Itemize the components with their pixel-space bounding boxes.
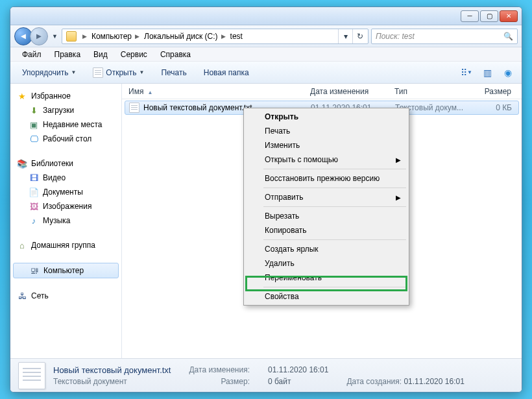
submenu-arrow-icon: ▶ — [396, 194, 401, 201]
column-size[interactable]: Размер — [466, 87, 518, 96]
menu-edit[interactable]: Правка — [48, 48, 88, 61]
help-button[interactable]: ◉ — [501, 66, 515, 79]
star-icon: ★ — [17, 91, 27, 101]
context-print[interactable]: Печать — [245, 124, 407, 138]
context-restore[interactable]: Восстановить прежнюю версию — [245, 171, 407, 186]
network-icon: 🖧 — [17, 291, 27, 301]
pictures-icon: 🖼 — [29, 201, 39, 212]
documents-icon: 📄 — [29, 187, 39, 197]
close-button[interactable]: ✕ — [500, 10, 518, 22]
context-open[interactable]: Открыть — [245, 110, 407, 124]
address-bar[interactable]: ▶ Компьютер▶ Локальный диск (C:)▶ test ▾… — [62, 29, 369, 44]
recent-icon: ▣ — [29, 119, 39, 130]
details-pane: Новый текстовый документ.txt Дата измене… — [10, 358, 522, 392]
breadcrumb-root-arrow[interactable]: ▶ — [79, 33, 90, 40]
context-separator — [263, 169, 406, 169]
sidebar-item-computer[interactable]: 🖳Компьютер — [13, 263, 119, 278]
menu-help[interactable]: Справка — [154, 48, 197, 61]
sidebar-item-recent[interactable]: ▣Недавние места — [10, 117, 121, 132]
desktop-icon: 🖵 — [29, 134, 39, 144]
breadcrumb-drive[interactable]: Локальный диск (C:)▶ — [143, 32, 229, 41]
search-input[interactable]: Поиск: test 🔍 — [371, 29, 518, 44]
column-type[interactable]: Тип — [388, 87, 466, 96]
sort-indicator-icon: ▲ — [147, 90, 152, 95]
new-folder-button[interactable]: Новая папка — [199, 66, 254, 80]
context-edit[interactable]: Изменить — [245, 138, 407, 152]
nav-bar: ◄ ► ▼ ▶ Компьютер▶ Локальный диск (C:)▶ … — [10, 25, 522, 47]
status-filename: Новый текстовый документ.txt — [53, 365, 171, 375]
context-separator — [263, 206, 406, 207]
address-dropdown-icon[interactable]: ▾ — [338, 29, 352, 43]
breadcrumb-folder[interactable]: test — [229, 32, 244, 41]
context-separator — [263, 287, 406, 287]
context-delete[interactable]: Удалить — [245, 256, 407, 271]
menu-view[interactable]: Вид — [87, 48, 114, 61]
file-size: 0 КБ — [466, 103, 518, 112]
context-send-to[interactable]: Отправить▶ — [245, 190, 407, 204]
context-cut[interactable]: Вырезать — [245, 209, 407, 223]
status-filetype: Текстовый документ — [53, 377, 171, 386]
sidebar-item-desktop[interactable]: 🖵Рабочий стол — [10, 132, 121, 146]
text-file-icon — [129, 103, 139, 113]
video-icon: 🎞 — [29, 173, 39, 183]
toolbar: Упорядочить ▼ Открыть ▼ Печать Новая пап… — [10, 62, 522, 84]
status-size-value: 0 байт — [268, 377, 328, 386]
context-open-with[interactable]: Открыть с помощью▶ — [245, 152, 407, 167]
view-options-button[interactable]: ⠿ ▼ — [459, 66, 474, 79]
history-dropdown-icon[interactable]: ▼ — [51, 33, 59, 40]
titlebar[interactable]: ─ ▢ ✕ — [10, 7, 522, 25]
preview-pane-button[interactable]: ▥ — [480, 66, 494, 79]
menu-bar: Файл Правка Вид Сервис Справка — [10, 47, 522, 62]
sidebar-libraries[interactable]: 📚Библиотеки — [10, 156, 121, 171]
status-created-label: Дата создания: — [346, 377, 402, 386]
navigation-pane[interactable]: ★Избранное ⬇Загрузки ▣Недавние места 🖵Ра… — [10, 84, 122, 358]
libraries-icon: 📚 — [17, 158, 27, 169]
search-icon[interactable]: 🔍 — [503, 32, 513, 41]
context-copy[interactable]: Копировать — [245, 223, 407, 237]
minimize-button[interactable]: ─ — [461, 10, 479, 22]
sidebar-network[interactable]: 🖧Сеть — [10, 289, 121, 303]
context-create-shortcut[interactable]: Создать ярлык — [245, 242, 407, 256]
print-button[interactable]: Печать — [156, 66, 191, 80]
sidebar-item-documents[interactable]: 📄Документы — [10, 185, 121, 199]
status-modified-label: Дата изменения: — [189, 365, 250, 374]
refresh-button[interactable]: ↻ — [352, 29, 367, 43]
music-icon: ♪ — [29, 215, 39, 226]
context-menu: Открыть Печать Изменить Открыть с помощь… — [243, 108, 409, 306]
file-name: Новый текстовый документ.txt — [143, 103, 252, 112]
sidebar-homegroup[interactable]: ⌂Домашняя группа — [10, 238, 121, 252]
context-properties[interactable]: Свойства — [245, 289, 407, 304]
sidebar-item-music[interactable]: ♪Музыка — [10, 213, 121, 228]
context-separator — [263, 187, 406, 188]
context-separator — [263, 239, 406, 240]
column-name[interactable]: Имя▲ — [122, 87, 304, 96]
menu-file[interactable]: Файл — [16, 48, 48, 61]
forward-button[interactable]: ► — [30, 27, 48, 45]
maximize-button[interactable]: ▢ — [480, 10, 498, 22]
document-icon — [93, 67, 103, 78]
menu-tools[interactable]: Сервис — [114, 48, 154, 61]
downloads-icon: ⬇ — [29, 105, 39, 115]
sidebar-item-videos[interactable]: 🎞Видео — [10, 171, 121, 185]
context-rename[interactable]: Переименовать — [245, 271, 407, 285]
organize-button[interactable]: Упорядочить ▼ — [17, 66, 81, 80]
status-modified-value: 01.11.2020 16:01 — [268, 365, 328, 374]
open-button[interactable]: Открыть ▼ — [88, 65, 149, 80]
column-date[interactable]: Дата изменения — [304, 87, 388, 96]
submenu-arrow-icon: ▶ — [396, 156, 401, 163]
folder-icon — [66, 31, 77, 42]
column-headers: Имя▲ Дата изменения Тип Размер — [122, 84, 522, 99]
sidebar-favorites[interactable]: ★Избранное — [10, 89, 121, 103]
status-created-value: 01.11.2020 16:01 — [404, 377, 464, 386]
homegroup-icon: ⌂ — [17, 240, 27, 250]
search-placeholder: Поиск: test — [376, 32, 415, 41]
status-size-label: Размер: — [189, 377, 250, 386]
sidebar-item-downloads[interactable]: ⬇Загрузки — [10, 103, 121, 117]
file-thumbnail-icon — [18, 362, 45, 389]
sidebar-item-pictures[interactable]: 🖼Изображения — [10, 199, 121, 213]
computer-icon: 🖳 — [29, 265, 40, 276]
breadcrumb-computer[interactable]: Компьютер▶ — [90, 32, 143, 41]
